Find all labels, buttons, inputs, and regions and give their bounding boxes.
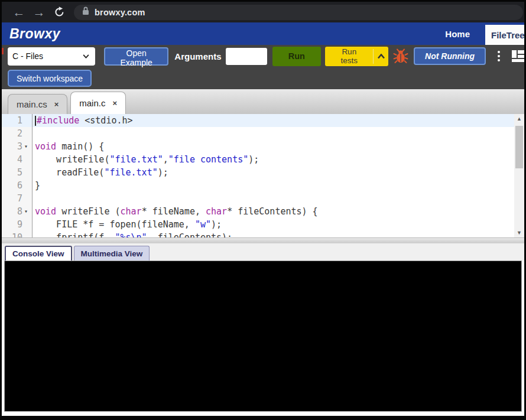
code-line-5[interactable]: 5 readFile("file.txt"); bbox=[2, 166, 514, 179]
code-text: FILE *f = fopen(fileName, "w"); bbox=[33, 218, 222, 231]
scrollbar-thumb[interactable] bbox=[515, 126, 523, 168]
file-type-select[interactable]: C - Files bbox=[8, 47, 95, 66]
line-number: 6 bbox=[2, 179, 33, 192]
back-icon[interactable]: ← bbox=[9, 6, 29, 18]
code-line-8[interactable]: 8▾void writeFile (char* fileName, char* … bbox=[2, 205, 514, 218]
refresh-icon[interactable] bbox=[49, 6, 69, 18]
edge-marker bbox=[2, 48, 4, 54]
fold-icon[interactable]: ▾ bbox=[24, 140, 32, 153]
run-tests-label: Run tests bbox=[325, 47, 373, 66]
code-line-2[interactable]: 2 bbox=[2, 127, 514, 140]
console-tab-multimedia-view[interactable]: Multimedia View bbox=[74, 246, 150, 261]
line-number: 5 bbox=[2, 166, 33, 179]
code-line-7[interactable]: 7 bbox=[2, 192, 514, 205]
run-button[interactable]: Run bbox=[272, 47, 322, 66]
layout-icon[interactable] bbox=[512, 50, 524, 62]
console-tab-bar: Console ViewMultimedia View bbox=[2, 243, 524, 261]
code-line-6[interactable]: 6} bbox=[2, 179, 514, 192]
status-badge: Not Running bbox=[414, 47, 486, 65]
arguments-label: Arguments bbox=[174, 51, 221, 61]
close-icon[interactable]: × bbox=[112, 99, 117, 108]
line-number: 2 bbox=[2, 127, 33, 140]
arguments-input[interactable] bbox=[226, 48, 267, 65]
nav-home[interactable]: Home bbox=[445, 29, 470, 39]
code-line-9[interactable]: 9 FILE *f = fopen(fileName, "w"); bbox=[2, 218, 514, 231]
code-text: void main() { bbox=[33, 140, 104, 153]
browser-chrome: ← → browxy.com bbox=[2, 2, 524, 22]
pane-splitter[interactable] bbox=[2, 237, 524, 243]
forward-icon[interactable]: → bbox=[29, 6, 49, 18]
file-tab-label: main.c bbox=[79, 98, 105, 108]
code-text: readFile("file.txt"); bbox=[33, 166, 168, 179]
address-bar[interactable]: browxy.com bbox=[74, 5, 523, 20]
nav-filetree-tab[interactable]: FileTree bbox=[485, 25, 524, 45]
code-line-4[interactable]: 4 writeFile("file.txt","file contents"); bbox=[2, 153, 514, 166]
code-area: 1#include <stdio.h>23▾void main() {4 wri… bbox=[2, 114, 514, 237]
file-tab-bar: main.cs×main.c× bbox=[2, 89, 524, 114]
line-number: 1 bbox=[2, 114, 33, 127]
file-tab-main.cs[interactable]: main.cs× bbox=[8, 94, 67, 114]
line-number: 8▾ bbox=[2, 205, 33, 218]
console-output[interactable] bbox=[4, 261, 522, 412]
code-editor[interactable]: 1#include <stdio.h>23▾void main() {4 wri… bbox=[2, 114, 524, 237]
scroll-up-icon[interactable]: ▲ bbox=[514, 114, 524, 123]
fold-icon[interactable]: ▾ bbox=[24, 205, 32, 218]
run-tests-button[interactable]: Run tests bbox=[325, 47, 388, 66]
line-number: 7 bbox=[2, 192, 33, 205]
toolbar: C - Files Open Example Arguments Run Run… bbox=[2, 45, 524, 67]
switch-workspace-button[interactable]: Switch workspace bbox=[8, 70, 92, 87]
code-line-10[interactable]: 10 fprintf(f, "%s\n", fileContents); bbox=[2, 231, 514, 237]
code-text: writeFile("file.txt","file contents"); bbox=[33, 153, 259, 166]
line-number: 10 bbox=[2, 231, 33, 237]
code-line-1[interactable]: 1#include <stdio.h> bbox=[2, 114, 514, 127]
file-tab-main.c[interactable]: main.c× bbox=[70, 92, 126, 114]
line-number: 4 bbox=[2, 153, 33, 166]
close-icon[interactable]: × bbox=[54, 100, 59, 109]
text-cursor bbox=[35, 116, 36, 126]
code-text: #include <stdio.h> bbox=[33, 114, 133, 127]
editor-scrollbar[interactable]: ▲ ▼ bbox=[514, 114, 524, 237]
code-text: } bbox=[33, 179, 40, 192]
browser-window: ← → browxy.com Browxy Home FileTree C - … bbox=[0, 0, 526, 420]
code-text: fprintf(f, "%s\n", fileContents); bbox=[33, 231, 232, 237]
line-number: 9 bbox=[2, 218, 33, 231]
code-text: void writeFile (char* fileName, char* fi… bbox=[33, 205, 318, 218]
app-header: Browxy Home FileTree bbox=[2, 22, 524, 45]
bug-icon[interactable] bbox=[393, 48, 408, 64]
kebab-menu-icon[interactable] bbox=[496, 49, 502, 63]
line-number: 3▾ bbox=[2, 140, 33, 153]
scroll-down-icon[interactable]: ▼ bbox=[514, 228, 524, 237]
lock-icon bbox=[82, 6, 89, 18]
url-text: browxy.com bbox=[95, 8, 145, 17]
code-line-3[interactable]: 3▾void main() { bbox=[2, 140, 514, 153]
file-tab-label: main.cs bbox=[17, 99, 47, 109]
code-text bbox=[33, 192, 35, 205]
browxy-logo: Browxy bbox=[2, 26, 60, 42]
open-example-button[interactable]: Open Example bbox=[104, 47, 168, 66]
chevron-up-icon[interactable] bbox=[374, 47, 388, 66]
console-tab-console-view[interactable]: Console View bbox=[5, 246, 72, 261]
workspace-row: Switch workspace bbox=[2, 67, 524, 89]
code-text bbox=[33, 127, 35, 140]
